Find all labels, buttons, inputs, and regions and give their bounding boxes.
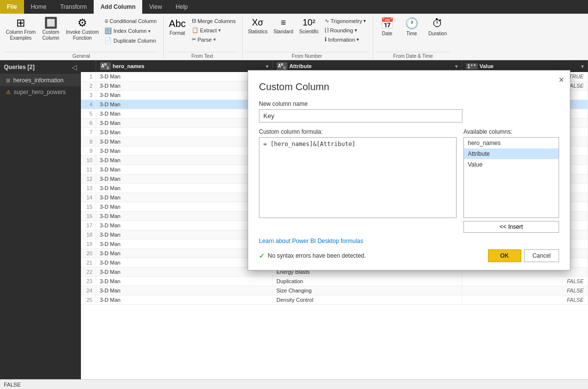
rounding-button[interactable]: ⌊⌉ Rounding ▾: [323, 26, 368, 34]
status-text: FALSE: [4, 382, 21, 388]
tab-transform[interactable]: Transform: [53, 0, 94, 14]
ribbon-tabs: File Home Transform Add Column View Help: [0, 0, 588, 14]
duration-button[interactable]: ⏱ Duration: [425, 16, 450, 37]
col-hero-names-filter-icon[interactable]: ▾: [266, 64, 268, 69]
cell-value: FALSE: [461, 286, 588, 295]
row-number: 13: [81, 184, 96, 193]
formula-textarea[interactable]: = [hero_names]&[Attribute]: [259, 137, 457, 218]
parse-button[interactable]: ✂ Parse ▾: [190, 35, 238, 44]
tab-add-column[interactable]: Add Column: [94, 0, 142, 14]
syntax-status-text: No syntax errors have been detected.: [268, 252, 366, 259]
syntax-status: ✓ No syntax errors have been detected.: [259, 252, 366, 260]
row-number: 20: [81, 249, 96, 258]
row-number: 3: [81, 91, 96, 100]
cell-hero-name: 3-D Man: [96, 202, 272, 212]
date-button[interactable]: 📅 Date: [376, 16, 398, 37]
sidebar-collapse-icon[interactable]: ◁: [72, 63, 77, 71]
from-date-time-group-label: From Date & Time: [376, 52, 450, 59]
row-number: 21: [81, 258, 96, 267]
available-col-attribute[interactable]: Attribute: [464, 148, 559, 159]
cell-value: FALSE: [461, 295, 588, 305]
formula-section: Custom column formula: = [hero_names]&[A…: [259, 128, 457, 233]
table-row[interactable]: 243-D ManSize ChangingFALSE: [81, 286, 588, 295]
conditional-column-button[interactable]: ≡ Conditional Column: [102, 17, 158, 25]
col-attribute-filter-icon[interactable]: ▾: [455, 64, 458, 69]
modal-dialog: × Custom Column New column name Custom c…: [248, 70, 570, 270]
row-number: 22: [81, 267, 96, 277]
cell-hero-name: 3-D Man: [96, 100, 272, 109]
extract-button[interactable]: 📋 Extract ▾: [190, 26, 238, 34]
sidebar-item-super-hero-powers[interactable]: ⚠ super_hero_powers: [0, 86, 81, 98]
sidebar-item-heroes-information[interactable]: ⊞ heroes_information: [0, 74, 81, 86]
cell-value: FALSE: [461, 277, 588, 286]
row-number: 6: [81, 119, 96, 128]
cell-hero-name: 3-D Man: [96, 277, 272, 286]
format-button[interactable]: Abc Format: [167, 16, 187, 37]
row-number: 9: [81, 146, 96, 156]
table-row[interactable]: 233-D ManDuplicationFALSE: [81, 277, 588, 286]
col-hero-names[interactable]: ABC hero_names ▾: [96, 60, 272, 72]
new-column-name-input[interactable]: [259, 109, 462, 122]
cell-hero-name: 3-D Man: [96, 184, 272, 193]
from-text-group-label: From Text: [167, 52, 237, 59]
row-number: 18: [81, 230, 96, 240]
ribbon-group-from-text: Abc Format ⊟ Merge Columns 📋 Extract ▾ ✂…: [167, 16, 243, 59]
invoke-custom-function-button[interactable]: ⚙ Invoke CustomFunction: [64, 16, 101, 42]
col-hero-names-label: hero_names: [113, 63, 145, 69]
ribbon-group-general: ⊞ Column FromExamples 🔲 CustomColumn ⚙ I…: [4, 16, 164, 59]
row-number: 25: [81, 295, 96, 305]
status-bar: FALSE: [0, 379, 588, 389]
row-number: 2: [81, 81, 96, 91]
sidebar-header-text: Queries [2]: [4, 64, 35, 71]
row-number: 8: [81, 137, 96, 146]
row-number: 4: [81, 100, 96, 109]
available-col-value[interactable]: Value: [464, 159, 559, 170]
table-icon: ⊞: [6, 77, 10, 84]
table-row[interactable]: 253-D ManDensity ControlFALSE: [81, 295, 588, 305]
data-area: ABC hero_names ▾ ABC Attribute ▾: [81, 60, 588, 379]
tab-help[interactable]: Help: [169, 0, 195, 14]
row-number: 14: [81, 193, 96, 202]
merge-columns-button[interactable]: ⊟ Merge Columns: [190, 17, 238, 25]
column-from-examples-button[interactable]: ⊞ Column FromExamples: [4, 16, 38, 42]
formula-label: Custom column formula:: [259, 128, 457, 135]
standard-button[interactable]: ≡ Standard: [271, 16, 295, 35]
trigonometry-button[interactable]: ∿ Trigonometry ▾: [323, 17, 368, 25]
ribbon-group-from-date-time: 📅 Date 🕐 Time ⏱ Duration From Date & Tim…: [376, 16, 455, 59]
statistics-button[interactable]: Xσ Statistics: [246, 16, 269, 35]
col-value-type-icon: 1²³: [466, 63, 478, 70]
row-number: 19: [81, 240, 96, 249]
cell-hero-name: 3-D Man: [96, 81, 272, 91]
tab-view[interactable]: View: [142, 0, 169, 14]
new-column-name-label: New column name: [259, 100, 559, 107]
row-number: 5: [81, 109, 96, 119]
time-button[interactable]: 🕐 Time: [401, 16, 422, 37]
available-columns-section: Available columns: hero_names Attribute …: [463, 128, 559, 233]
duplicate-column-button[interactable]: 📄 Duplicate Column: [102, 36, 158, 45]
tab-file[interactable]: File: [0, 0, 24, 14]
custom-column-button[interactable]: 🔲 CustomColumn: [40, 16, 62, 42]
cell-hero-name: 3-D Man: [96, 240, 272, 249]
row-number: 17: [81, 221, 96, 230]
modal-close-button[interactable]: ×: [559, 75, 564, 84]
general-group-label: General: [4, 52, 158, 59]
cell-hero-name: 3-D Man: [96, 72, 272, 81]
cell-hero-name: 3-D Man: [96, 258, 272, 267]
information-button[interactable]: ℹ Information ▾: [323, 35, 368, 44]
scientific-button[interactable]: 10² Scientific: [297, 16, 321, 35]
available-col-hero-names[interactable]: hero_names: [464, 138, 559, 148]
super-hero-powers-label: super_hero_powers: [14, 89, 66, 96]
col-hero-names-type-icon: ABC: [100, 62, 111, 70]
insert-button[interactable]: << Insert: [463, 221, 559, 233]
cell-hero-name: 3-D Man: [96, 165, 272, 174]
learn-link[interactable]: Learn about Power BI Desktop formulas: [259, 238, 559, 244]
row-number: 11: [81, 165, 96, 174]
tab-home[interactable]: Home: [24, 0, 53, 14]
index-column-button[interactable]: 🔢 Index Column ▾: [102, 26, 158, 35]
cell-hero-name: 3-D Man: [96, 212, 272, 221]
cell-hero-name: 3-D Man: [96, 267, 272, 277]
ok-button[interactable]: OK: [488, 249, 521, 262]
cancel-button[interactable]: Cancel: [524, 249, 559, 262]
row-number: 1: [81, 72, 96, 81]
col-value-filter-icon[interactable]: ▾: [581, 64, 584, 69]
